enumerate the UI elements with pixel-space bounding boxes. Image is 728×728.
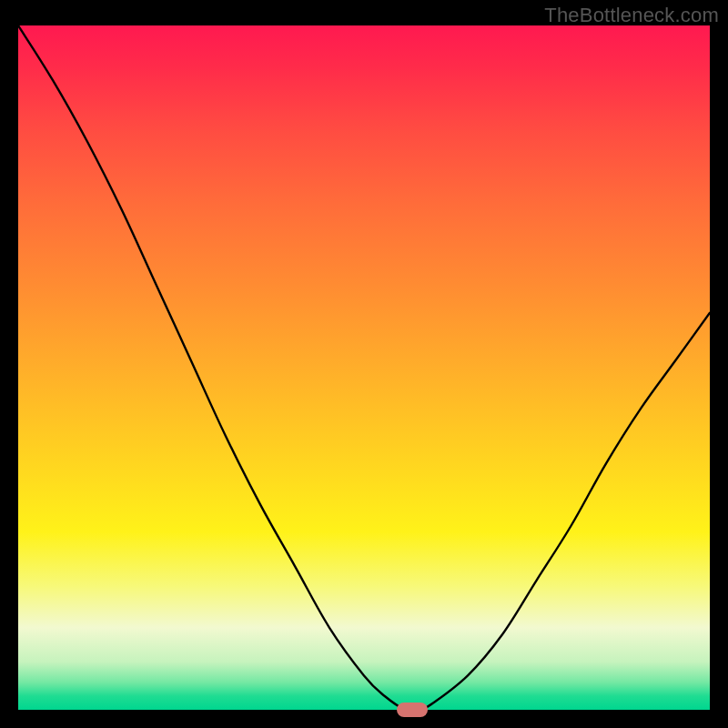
bottleneck-curve <box>18 25 710 710</box>
chart-frame: TheBottleneck.com <box>0 0 728 728</box>
plot-area <box>18 25 710 710</box>
watermark-text: TheBottleneck.com <box>544 4 719 27</box>
optimum-marker <box>397 703 428 717</box>
